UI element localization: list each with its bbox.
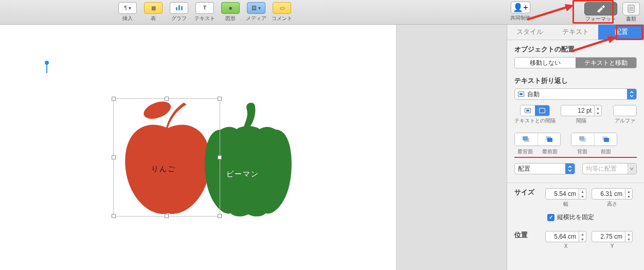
height-field[interactable]: 6.31 cm xyxy=(592,188,625,200)
placement-segmented[interactable]: 移動しない テキストと移動 xyxy=(514,57,637,68)
resize-handle[interactable] xyxy=(112,214,116,218)
pepper-label: ピーマン xyxy=(226,170,259,179)
toolbar-chart[interactable]: グラフ xyxy=(166,2,192,22)
resize-handle[interactable] xyxy=(112,97,116,101)
label-front-most: 最前面 xyxy=(542,148,558,155)
toolbar-label: 表 xyxy=(151,15,156,22)
toolbar-shape[interactable]: ■ 図形 xyxy=(218,2,243,22)
document-icon xyxy=(628,5,635,13)
document-canvas[interactable]: りんご ピーマン xyxy=(0,25,396,270)
bring-forward-button[interactable] xyxy=(594,133,617,146)
resize-handle[interactable] xyxy=(165,97,169,101)
collaborate-icon: 👤+ xyxy=(511,2,530,13)
label-position: 位置 xyxy=(514,231,540,240)
align-value: 配置 xyxy=(518,165,530,173)
chevron-down-icon xyxy=(627,164,636,174)
label-back: 背面 xyxy=(577,148,587,155)
toolbar-media[interactable]: 🖼 ▾ メディア xyxy=(243,2,269,22)
x-stepper[interactable]: ▲▼ xyxy=(579,231,586,242)
layer-front-icon xyxy=(546,136,553,142)
text-fit-segmented[interactable] xyxy=(520,105,550,116)
wrap-select[interactable]: 自動 xyxy=(514,88,637,100)
wrap-icon xyxy=(518,92,524,97)
inspector-tabs: スタイル テキスト 配置 xyxy=(507,25,644,40)
width-field[interactable]: 5.54 cm xyxy=(545,188,579,200)
toolbar-label: グラフ xyxy=(171,15,187,22)
resize-handle[interactable] xyxy=(165,214,169,218)
text-icon: T xyxy=(195,2,214,14)
bring-to-front-button[interactable] xyxy=(538,133,560,146)
toolbar-comment[interactable]: ▭ コメント xyxy=(269,2,295,22)
label-y: Y xyxy=(611,243,614,249)
label-height: 高さ xyxy=(607,201,617,208)
label-x: X xyxy=(564,243,568,249)
resize-handle[interactable] xyxy=(112,155,116,159)
toolbar-table[interactable]: ▦ 表 xyxy=(140,2,166,22)
spacing-field[interactable]: 12 pt xyxy=(561,105,595,116)
label-spacing: 間隔 xyxy=(576,117,586,124)
toolbar-label: 図形 xyxy=(225,15,236,22)
toolbar-left-group: ¶ ▾ 挿入 ▦ 表 グラフ T テキスト ■ 図形 🖼 ▾ メディア ▭ コメ… xyxy=(115,2,295,22)
label-width: 幅 xyxy=(563,201,568,208)
constrain-checkbox[interactable]: 縦横比を固定 xyxy=(547,213,594,222)
toolbar-label: フォーマット xyxy=(585,15,616,23)
send-to-back-button[interactable] xyxy=(515,133,538,146)
y-stepper[interactable]: ▲▼ xyxy=(625,231,633,242)
label-alpha: アルファ xyxy=(615,117,635,124)
toolbar-collaborate[interactable]: 👤+ 共同制作 xyxy=(510,2,531,22)
layer-relative-buttons xyxy=(571,133,617,146)
section-text-wrap: テキスト折り返し xyxy=(514,77,637,85)
layer-back-icon xyxy=(523,136,530,142)
tab-text[interactable]: テキスト xyxy=(553,25,599,40)
toolbar-label: コメント xyxy=(272,15,292,22)
label-text-spacing: テキストとの間隔 xyxy=(514,117,556,124)
send-backward-button[interactable] xyxy=(571,133,594,146)
distribute-dropdown[interactable]: 均等に配置 xyxy=(582,163,637,174)
height-stepper[interactable]: ▲▼ xyxy=(625,188,633,200)
layer-absolute-buttons xyxy=(514,133,561,146)
shape-icon: ■ xyxy=(221,2,240,14)
chevron-updown-icon xyxy=(565,164,575,174)
fit-contour-icon[interactable] xyxy=(521,105,535,116)
section-object-placement: オブジェクトの配置 xyxy=(514,45,637,54)
layer-forward-icon xyxy=(602,136,610,142)
toolbar-insert[interactable]: ¶ ▾ 挿入 xyxy=(115,2,140,22)
resize-handle[interactable] xyxy=(218,155,222,159)
placement-move-with-text[interactable]: テキストと移動 xyxy=(576,58,636,68)
inspector-panel: スタイル テキスト 配置 オブジェクトの配置 移動しない テキストと移動 テキス… xyxy=(507,25,644,270)
toolbar-label: テキスト xyxy=(194,15,215,22)
tab-style[interactable]: スタイル xyxy=(507,25,553,40)
resize-handle[interactable] xyxy=(218,214,222,218)
chart-icon xyxy=(170,2,188,14)
resize-handle[interactable] xyxy=(218,97,222,101)
media-icon: 🖼 ▾ xyxy=(247,2,265,14)
label-front: 前面 xyxy=(601,148,611,155)
toolbar-format[interactable]: フォーマット xyxy=(584,1,617,23)
x-field[interactable]: 5.64 cm xyxy=(545,231,579,242)
toolbar-label: 挿入 xyxy=(122,15,133,22)
toolbar-label: メディア xyxy=(246,15,266,22)
spacing-stepper[interactable]: ▲▼ xyxy=(595,105,602,116)
table-icon: ▦ xyxy=(144,2,163,14)
fit-rect-icon[interactable] xyxy=(535,105,549,116)
toolbar-label: 共同制作 xyxy=(510,14,531,22)
alpha-field[interactable] xyxy=(613,105,637,116)
pilcrow-icon: ¶ ▾ xyxy=(118,2,137,14)
toolbar-document[interactable]: 書類 xyxy=(622,1,640,23)
width-stepper[interactable]: ▲▼ xyxy=(579,188,586,200)
placement-stay[interactable]: 移動しない xyxy=(515,58,576,68)
format-button[interactable] xyxy=(584,2,617,15)
wrap-value: 自動 xyxy=(527,90,540,99)
text-cursor-icon xyxy=(46,64,47,73)
align-dropdown[interactable]: 配置 xyxy=(514,163,575,174)
document-button[interactable] xyxy=(622,2,640,15)
checkbox-icon xyxy=(547,214,554,221)
paintbrush-icon xyxy=(596,5,605,12)
distribute-value: 均等に配置 xyxy=(586,165,617,173)
toolbar: ¶ ▾ 挿入 ▦ 表 グラフ T テキスト ■ 図形 🖼 ▾ メディア ▭ コメ… xyxy=(0,0,644,25)
toolbar-label: 書類 xyxy=(626,15,636,23)
label-back-most: 最背面 xyxy=(517,148,533,155)
tab-arrange[interactable]: 配置 xyxy=(598,25,644,40)
y-field[interactable]: 2.75 cm xyxy=(592,231,625,242)
toolbar-text[interactable]: T テキスト xyxy=(192,2,218,22)
